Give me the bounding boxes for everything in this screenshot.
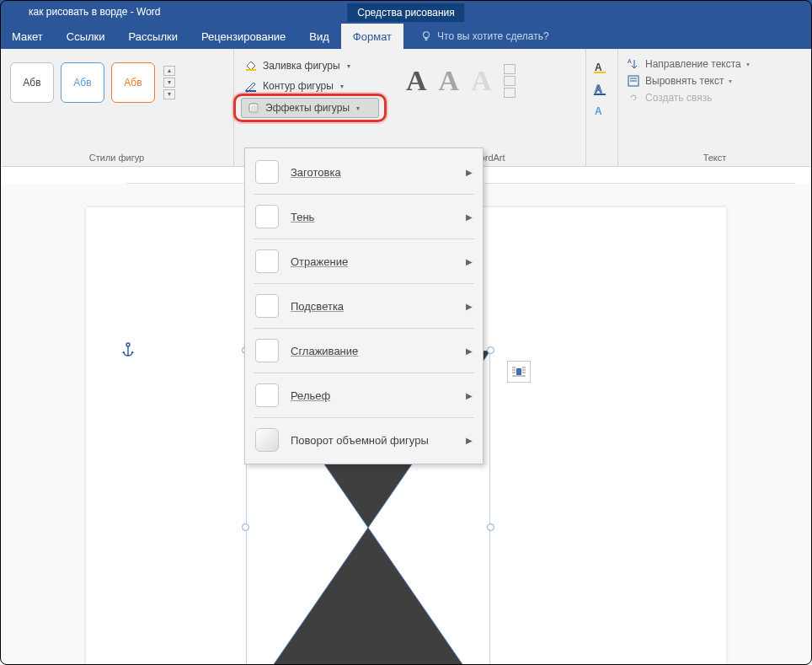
tell-me-search[interactable]: Что вы хотите сделать?	[420, 30, 549, 42]
tab-review[interactable]: Рецензирование	[190, 24, 297, 49]
effects-item-preset[interactable]: Заготовка ▶	[245, 153, 483, 190]
effects-item-shadow[interactable]: Тень ▶	[245, 198, 483, 235]
layout-options-button[interactable]	[507, 361, 531, 383]
tell-me-placeholder: Что вы хотите сделать?	[437, 30, 549, 42]
menu-separator	[254, 283, 474, 284]
menu-separator	[254, 239, 474, 239]
svg-marker-16	[246, 528, 490, 665]
rotation-3d-icon	[255, 428, 279, 452]
wordart-style-3[interactable]: A	[471, 65, 492, 97]
effects-item-label: Поворот объемной фигуры	[291, 434, 429, 447]
effects-item-label: Отражение	[291, 255, 348, 268]
dropdown-arrow-icon: ▾	[356, 105, 360, 112]
align-text-label: Выровнять текст	[645, 75, 724, 87]
lightbulb-icon	[420, 30, 432, 42]
submenu-arrow-icon: ▶	[466, 257, 473, 266]
svg-rect-6	[594, 72, 606, 73]
layout-options-icon	[511, 365, 526, 378]
glow-icon	[255, 294, 279, 318]
shape-fill-label: Заливка фигуры	[263, 60, 340, 72]
reflection-icon	[255, 249, 279, 273]
text-fill-button[interactable]: A	[591, 59, 610, 76]
gallery-down-icon[interactable]: ▾	[163, 78, 175, 88]
submenu-arrow-icon: ▶	[466, 346, 473, 356]
text-outline-button[interactable]: A	[591, 81, 610, 98]
svg-rect-1	[246, 69, 256, 71]
submenu-arrow-icon: ▶	[466, 436, 473, 445]
effects-item-glow[interactable]: Подсветка ▶	[245, 287, 483, 324]
submenu-arrow-icon: ▶	[466, 168, 473, 177]
effects-item-reflection[interactable]: Отражение ▶	[245, 243, 483, 280]
group-shape-styles: Абв Абв Абв ▴ ▾ ▾ Стили фигур	[0, 49, 234, 166]
gallery-more-icon[interactable]: ▾	[163, 89, 175, 99]
tab-view[interactable]: Вид	[297, 24, 341, 49]
svg-rect-2	[246, 90, 256, 92]
text-effects-button[interactable]: A	[591, 103, 610, 120]
shape-outline-label: Контур фигуры	[263, 80, 334, 92]
dropdown-arrow-icon: ▾	[347, 62, 350, 70]
align-text-icon	[627, 74, 640, 88]
effects-item-label: Тень	[291, 211, 314, 223]
text-direction-icon: A	[627, 57, 640, 71]
document-title: как рисовать в ворде - Word	[7, 6, 161, 18]
svg-rect-4	[251, 105, 259, 114]
paint-bucket-icon	[244, 59, 258, 72]
dropdown-arrow-icon: ▾	[340, 83, 344, 90]
gallery-up-icon[interactable]: ▴	[163, 66, 175, 76]
shape-effects-button[interactable]: Эффекты фигуры ▾	[241, 98, 379, 118]
shape-effects-menu: Заготовка ▶ Тень ▶ Отражение ▶ Подсветка…	[244, 147, 483, 464]
resize-handle-ne[interactable]	[487, 346, 494, 354]
submenu-arrow-icon: ▶	[466, 391, 473, 400]
wordart-style-2[interactable]: A	[439, 65, 460, 97]
wordart-style-1[interactable]: A	[406, 65, 427, 97]
svg-text:A: A	[595, 62, 602, 73]
group-text-fill-buttons: A A A	[586, 49, 618, 166]
ribbon-tabs: Макет Ссылки Рассылки Рецензирование Вид…	[0, 24, 812, 49]
resize-handle-e[interactable]	[487, 523, 494, 531]
gallery-up-icon[interactable]	[504, 64, 516, 74]
tab-format[interactable]: Формат	[341, 24, 403, 49]
effects-item-softedges[interactable]: Сглаживание ▶	[245, 332, 483, 369]
shape-effects-label: Эффекты фигуры	[265, 102, 350, 114]
group-label-text: Текст	[625, 149, 804, 163]
gallery-down-icon[interactable]	[504, 76, 516, 86]
svg-rect-8	[594, 94, 606, 95]
group-text: A Направление текста▾ Выровнять текст▾ С…	[618, 49, 812, 166]
tab-references[interactable]: Ссылки	[55, 24, 117, 49]
link-icon	[627, 91, 640, 105]
effects-item-label: Сглаживание	[291, 345, 358, 357]
effects-item-label: Подсветка	[291, 300, 344, 313]
shape-style-1[interactable]: Абв	[10, 62, 54, 103]
menu-separator	[254, 417, 474, 418]
svg-point-14	[126, 343, 130, 346]
resize-handle-w[interactable]	[242, 523, 249, 531]
effects-item-bevel[interactable]: Рельеф ▶	[245, 377, 483, 414]
create-link-button[interactable]: Создать связь	[627, 91, 803, 105]
svg-text:A: A	[595, 83, 602, 95]
shape-outline-button[interactable]: Контур фигуры ▾	[241, 78, 379, 94]
shape-style-2[interactable]: Абв	[61, 62, 104, 103]
menu-separator	[254, 328, 474, 329]
anchor-icon[interactable]	[121, 342, 135, 361]
shape-fill-button[interactable]: Заливка фигуры ▾	[241, 57, 379, 74]
create-link-label: Создать связь	[645, 92, 712, 104]
align-text-button[interactable]: Выровнять текст▾	[627, 74, 803, 88]
svg-point-0	[424, 32, 430, 38]
effects-item-label: Рельеф	[291, 389, 330, 402]
text-direction-button[interactable]: A Направление текста▾	[627, 57, 803, 71]
shape-style-3[interactable]: Абв	[111, 62, 155, 103]
title-bar: как рисовать в ворде - Word Средства рис…	[0, 0, 812, 24]
svg-text:A: A	[595, 105, 602, 117]
preset-icon	[255, 160, 279, 184]
text-direction-label: Направление текста	[645, 58, 741, 70]
shadow-icon	[255, 205, 279, 228]
submenu-arrow-icon: ▶	[466, 212, 473, 222]
tab-mailings[interactable]: Рассылки	[117, 24, 190, 49]
gallery-more-icon[interactable]	[504, 88, 516, 98]
effects-item-3drotation[interactable]: Поворот объемной фигуры ▶	[245, 421, 483, 459]
wordart-gallery-spinner	[504, 64, 519, 98]
tab-layout[interactable]: Макет	[0, 24, 55, 49]
menu-separator	[254, 373, 474, 373]
contextual-tab-label: Средства рисования	[347, 3, 464, 22]
effects-item-label: Заготовка	[291, 166, 341, 179]
